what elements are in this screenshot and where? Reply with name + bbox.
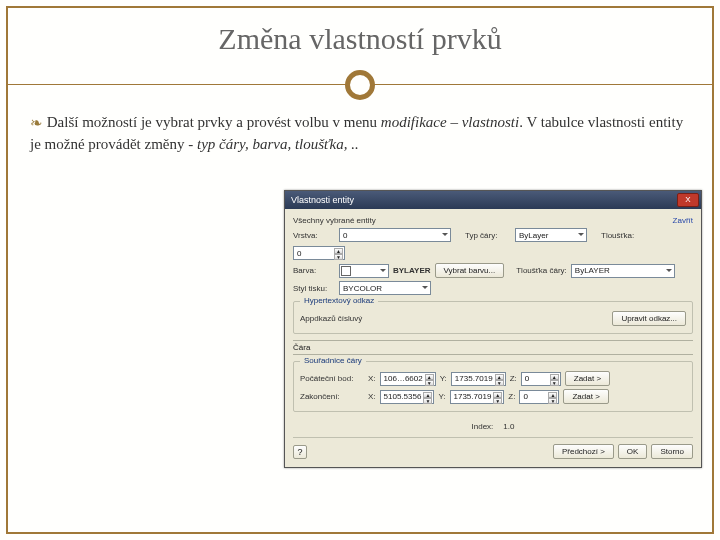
linetype-combo[interactable]: ByLayer xyxy=(515,228,587,242)
layer-combo[interactable]: 0 xyxy=(339,228,451,242)
index-label: Index: xyxy=(472,422,494,431)
line-section-label: Čára xyxy=(293,340,693,355)
end-z-spin[interactable]: 0▲▼ xyxy=(519,390,559,404)
select-color-button[interactable]: Vybrat barvu... xyxy=(435,263,505,278)
hyperlink-value: Appdkazů čísluvý xyxy=(300,314,362,323)
previous-button[interactable]: Předchozí > xyxy=(553,444,614,459)
edit-link-button[interactable]: Upravit odkaz... xyxy=(612,311,686,326)
properties-dialog: Vlastnosti entity X Všechny vybrané enti… xyxy=(284,190,702,468)
start-x-spin[interactable]: 106…6602▲▼ xyxy=(380,372,436,386)
bullet-text-lead: Další možností je vybrat prvky a provést… xyxy=(47,114,381,130)
lineweight-label: Tloušťka čáry: xyxy=(516,266,567,275)
thickness-label: Tloušťka: xyxy=(601,231,643,240)
end-y-spin[interactable]: 1735.7019▲▼ xyxy=(450,390,505,404)
linetype-label: Typ čáry: xyxy=(465,231,511,240)
hyperlink-group: Hypertextový odkaz Appdkazů čísluvý Upra… xyxy=(293,301,693,334)
index-value: 1.0 xyxy=(503,422,514,431)
end-x-spin[interactable]: 5105.5356▲▼ xyxy=(380,390,435,404)
color-swatch-icon xyxy=(341,266,351,276)
layer-label: Vrstva: xyxy=(293,231,335,240)
ring-icon xyxy=(345,70,375,100)
dialog-title: Vlastnosti entity xyxy=(291,195,354,205)
color-label: Barva: xyxy=(293,266,335,275)
page-title: Změna vlastností prvků xyxy=(0,0,720,56)
hyperlink-title: Hypertextový odkaz xyxy=(300,296,378,305)
thickness-spin[interactable]: 0▲▼ xyxy=(293,246,345,260)
all-entities-label: Všechny vybrané entity xyxy=(293,216,376,225)
endpoint-label: Zakončení: xyxy=(300,392,364,401)
color-value: BYLAYER xyxy=(393,266,431,275)
ok-button[interactable]: OK xyxy=(618,444,648,459)
bullet-paragraph: ❧ Další možností je vybrat prvky a prové… xyxy=(0,100,720,162)
line-coords-group: Souřadnice čáry Počáteční bod: X: 106…66… xyxy=(293,361,693,412)
lineweight-combo[interactable]: ByLAYER xyxy=(571,264,675,278)
dialog-titlebar[interactable]: Vlastnosti entity X xyxy=(285,191,701,209)
start-z-spin[interactable]: 0▲▼ xyxy=(521,372,561,386)
end-set-button[interactable]: Zadat > xyxy=(563,389,608,404)
plotstyle-label: Styl tisku: xyxy=(293,284,335,293)
color-combo[interactable] xyxy=(339,264,389,278)
plotstyle-combo[interactable]: BYCOLOR xyxy=(339,281,431,295)
close-icon[interactable]: X xyxy=(677,193,699,207)
bullet-text-em2: typ čáry, barva, tloušťka, .. xyxy=(197,136,359,152)
startpoint-label: Počáteční bod: xyxy=(300,374,364,383)
title-divider xyxy=(0,70,720,100)
bullet-icon: ❧ xyxy=(30,115,43,131)
start-y-spin[interactable]: 1735.7019▲▼ xyxy=(451,372,506,386)
line-coords-title: Souřadnice čáry xyxy=(300,356,366,365)
cancel-button[interactable]: Storno xyxy=(651,444,693,459)
close-all-link[interactable]: Zavřít xyxy=(673,216,693,225)
help-icon[interactable]: ? xyxy=(293,445,307,459)
bullet-text-em1: modifikace – vlastnosti xyxy=(381,114,519,130)
start-set-button[interactable]: Zadat > xyxy=(565,371,610,386)
